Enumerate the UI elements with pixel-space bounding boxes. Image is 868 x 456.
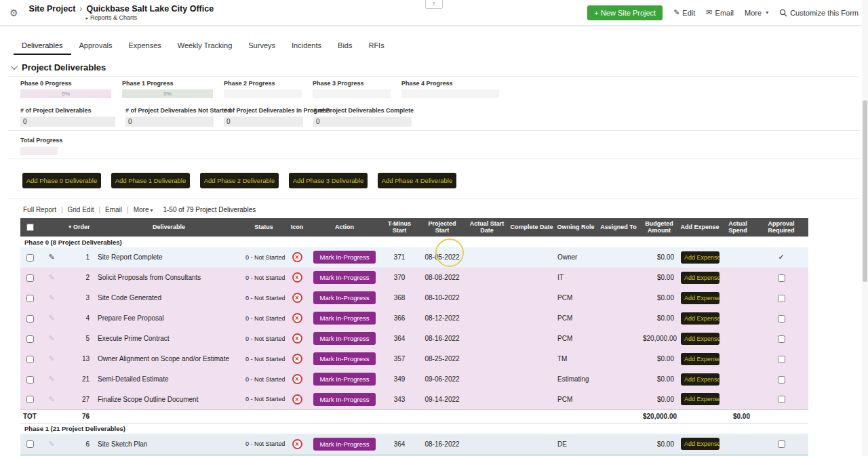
add-expense-button[interactable]: Add Expense <box>681 393 719 405</box>
row-checkbox[interactable] <box>26 295 34 302</box>
mark-in-progress-button[interactable]: Mark In-Progress <box>313 332 376 345</box>
cell-deliverable[interactable]: Site Report Complete <box>95 247 243 268</box>
select-all-checkbox[interactable] <box>26 224 34 231</box>
column-header-owning-role[interactable]: Owning Role <box>555 218 597 236</box>
add-expense-button[interactable]: Add Expense <box>681 292 719 304</box>
column-header-status[interactable]: Status <box>243 218 285 236</box>
cell-deliverable[interactable]: Semi-Detailed Estimate <box>95 369 243 390</box>
section-header[interactable]: Project Deliverables <box>11 62 860 72</box>
column-header-order[interactable]: ▾Order <box>64 218 95 236</box>
approval-checkbox[interactable] <box>778 335 785 343</box>
customize-form-button[interactable]: Customize this Form <box>779 9 859 17</box>
tab-bids[interactable]: Bids <box>330 38 360 55</box>
column-header-t-minus-start[interactable]: T-Minus Start <box>380 218 419 236</box>
toolbar-link-email[interactable]: Email <box>105 206 122 213</box>
email-button[interactable]: ✉ Email <box>706 8 734 17</box>
approval-checkbox[interactable] <box>778 356 785 363</box>
mark-in-progress-button[interactable]: Mark In-Progress <box>313 373 376 386</box>
approval-checkbox[interactable] <box>778 274 785 282</box>
row-checkbox[interactable] <box>26 396 34 403</box>
mark-in-progress-button[interactable]: Mark In-Progress <box>313 271 376 284</box>
edit-button[interactable]: ✎ Edit <box>673 8 695 17</box>
row-checkbox[interactable] <box>26 254 34 262</box>
column-header-deliverable[interactable]: Deliverable <box>95 218 243 236</box>
mark-in-progress-button[interactable]: Mark In-Progress <box>313 291 376 304</box>
form-panel: Project Deliverables Phase 0 Progress0%P… <box>0 62 868 199</box>
row-checkbox[interactable] <box>26 440 34 448</box>
breadcrumb[interactable]: ▸Reports & Charts <box>86 14 214 21</box>
approval-checkbox[interactable] <box>778 295 785 302</box>
more-menu-button[interactable]: More ▾ <box>745 9 768 17</box>
column-header-actual-start-date[interactable]: Actual Start Date <box>465 218 509 236</box>
add-expense-button[interactable]: Add Expense <box>681 438 719 450</box>
cell-deliverable[interactable]: Owner Alignment on Scope and/or Estimate <box>95 349 243 369</box>
toolbar-link-full-report[interactable]: Full Report <box>23 206 56 213</box>
mark-in-progress-button[interactable]: Mark In-Progress <box>313 438 376 451</box>
row-checkbox[interactable] <box>26 376 34 384</box>
new-site-project-button[interactable]: + New Site Project <box>587 5 663 20</box>
cell-select <box>20 329 39 349</box>
cell-deliverable[interactable]: Prepare Fee Proposal <box>95 308 243 329</box>
column-header-approval-required[interactable]: Approval Required <box>754 218 808 236</box>
column-header-add-expense[interactable]: Add Expense <box>678 218 722 236</box>
approval-checkbox[interactable] <box>778 440 785 448</box>
tab-weekly-tracking[interactable]: Weekly Tracking <box>170 38 241 55</box>
edit-pencil-icon[interactable]: ✎ <box>48 334 54 342</box>
edit-pencil-icon[interactable]: ✎ <box>48 253 54 261</box>
edit-pencil-icon[interactable]: ✎ <box>48 395 54 403</box>
add-expense-button[interactable]: Add Expense <box>681 251 719 264</box>
edit-pencil-icon[interactable]: ✎ <box>48 273 54 281</box>
column-header-projected-start[interactable]: Projected Start <box>419 218 465 236</box>
tab-rfis[interactable]: RFIs <box>360 38 392 55</box>
vertical-scrollbar[interactable] <box>862 0 868 456</box>
mark-in-progress-button[interactable]: Mark In-Progress <box>313 393 376 406</box>
scrollbar-thumb[interactable] <box>863 100 867 282</box>
approval-checkbox[interactable] <box>778 396 785 403</box>
add-phase-3-deliverable-button[interactable]: Add Phase 3 Deliverable <box>289 173 368 188</box>
add-expense-button[interactable]: Add Expense <box>681 333 719 345</box>
tab-expenses[interactable]: Expenses <box>120 38 169 55</box>
row-checkbox[interactable] <box>26 274 34 282</box>
add-phase-1-deliverable-button[interactable]: Add Phase 1 Deliverable <box>111 173 190 188</box>
cell-deliverable[interactable]: Solicit Proposals from Consultants <box>95 268 243 288</box>
toolbar-link-more[interactable]: More▾ <box>134 206 153 213</box>
cell-deliverable[interactable]: Site Code Generated <box>95 288 243 308</box>
add-expense-button[interactable]: Add Expense <box>681 353 719 365</box>
row-checkbox[interactable] <box>26 315 34 323</box>
column-header-complete-date[interactable]: Complete Date <box>509 218 555 236</box>
column-header-budgeted-amount[interactable]: Budgeted Amount <box>640 218 678 236</box>
mark-in-progress-button[interactable]: Mark In-Progress <box>313 352 376 365</box>
add-expense-button[interactable]: Add Expense <box>681 312 719 325</box>
column-header-assigned-to[interactable]: Assigned To <box>597 218 640 236</box>
edit-pencil-icon[interactable]: ✎ <box>48 293 54 302</box>
add-expense-button[interactable]: Add Expense <box>681 272 719 284</box>
approval-checkbox[interactable] <box>778 376 785 384</box>
mark-in-progress-button[interactable]: Mark In-Progress <box>313 312 376 325</box>
cell-deliverable[interactable]: Execute Prime Contract <box>95 329 243 349</box>
edit-pencil-icon[interactable]: ✎ <box>48 440 54 448</box>
column-header-action[interactable]: Action <box>309 218 380 236</box>
column-header-icon[interactable]: Icon <box>285 218 309 236</box>
edit-pencil-icon[interactable]: ✎ <box>48 375 54 383</box>
add-expense-button[interactable]: Add Expense <box>681 373 719 386</box>
row-checkbox[interactable] <box>26 356 34 363</box>
column-header-actual-spend[interactable]: Actual Spend <box>722 218 754 236</box>
cell-deliverable[interactable]: Finalize Scope Outline Document <box>95 390 243 410</box>
scroll-top-button[interactable]: ↑ <box>425 0 443 9</box>
add-phase-0-deliverable-button[interactable]: Add Phase 0 Deliverable <box>22 173 101 188</box>
mark-in-progress-button[interactable]: Mark In-Progress <box>313 251 376 264</box>
edit-pencil-icon[interactable]: ✎ <box>48 354 54 362</box>
tab-approvals[interactable]: Approvals <box>71 38 121 55</box>
add-phase-4-deliverable-button[interactable]: Add Phase 4 Deliverable <box>378 173 456 188</box>
edit-pencil-icon[interactable]: ✎ <box>48 314 54 322</box>
tab-incidents[interactable]: Incidents <box>283 38 330 55</box>
tab-deliverables[interactable]: Deliverables <box>14 38 71 55</box>
cell-deliverable[interactable]: Site Sketch Plan <box>95 434 243 454</box>
app-title[interactable]: Site Project <box>29 4 76 14</box>
tab-surveys[interactable]: Surveys <box>240 38 283 55</box>
row-checkbox[interactable] <box>26 335 34 343</box>
gear-icon[interactable]: ⚙ <box>9 7 18 18</box>
add-phase-2-deliverable-button[interactable]: Add Phase 2 Deliverable <box>200 173 279 188</box>
toolbar-link-grid-edit[interactable]: Grid Edit <box>68 206 94 213</box>
approval-checkbox[interactable] <box>778 315 785 323</box>
